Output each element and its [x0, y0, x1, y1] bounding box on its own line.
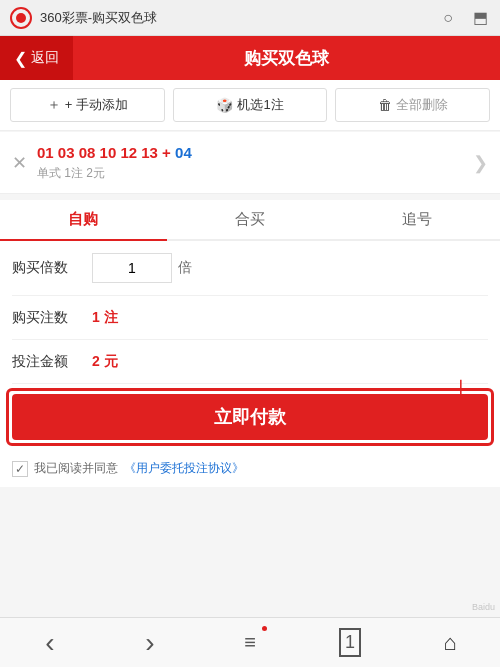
pay-button-label: 立即付款	[214, 407, 286, 427]
back-label: 返回	[31, 49, 59, 67]
trash-icon: 🗑	[378, 97, 392, 113]
ticket-info: 单式 1注 2元	[37, 165, 473, 182]
nav-tabs-icon: 1	[339, 628, 361, 657]
remove-ticket-button[interactable]: ✕	[12, 152, 27, 174]
back-chevron-icon: ❮	[14, 49, 27, 68]
amount-value: 2 元	[92, 353, 488, 371]
pay-button[interactable]: 立即付款	[12, 394, 488, 440]
blue-number: 04	[175, 144, 192, 161]
page-title: 购买双色球	[73, 47, 500, 70]
bottom-navigation: ‹ › ≡ 1 ⌂	[0, 617, 500, 667]
nav-home-icon: ⌂	[443, 630, 456, 656]
manual-add-label: + 手动添加	[65, 96, 128, 114]
nav-tabs-button[interactable]: 1	[325, 618, 375, 667]
back-button[interactable]: ❮ 返回	[0, 36, 73, 80]
amount-row: 投注金额 2 元	[12, 340, 488, 384]
tab-zigou[interactable]: 自购	[0, 200, 167, 239]
ticket-row: ✕ 01 03 08 10 12 13 + 04 单式 1注 2元 ❯	[0, 132, 500, 194]
nav-back-button[interactable]: ‹	[25, 618, 75, 667]
ticket-arrow-icon[interactable]: ❯	[473, 152, 488, 174]
multiplier-input-group: 倍	[92, 253, 488, 283]
agreement-link[interactable]: 《用户委托投注协议》	[124, 460, 244, 477]
browser-title: 360彩票-购买双色球	[40, 9, 438, 27]
agreement-text: 我已阅读并同意	[34, 460, 118, 477]
multiplier-row: 购买倍数 倍	[12, 241, 488, 296]
external-link-button[interactable]: ⬒	[470, 8, 490, 28]
browser-logo	[10, 7, 32, 29]
svg-point-1	[16, 13, 26, 23]
pay-section: 立即付款	[0, 384, 500, 450]
tab-zhuihao[interactable]: 追号	[333, 200, 500, 239]
purchase-tabs: 自购 合买 追号	[0, 200, 500, 241]
count-label: 购买注数	[12, 309, 92, 327]
nav-back-icon: ‹	[45, 627, 54, 659]
multiplier-input[interactable]	[92, 253, 172, 283]
ticket-numbers: 01 03 08 10 12 13 + 04	[37, 144, 473, 161]
watermark: Baidu	[472, 602, 495, 612]
nav-home-button[interactable]: ⌂	[425, 618, 475, 667]
nav-menu-icon: ≡	[244, 631, 256, 654]
manual-add-button[interactable]: ＋ + 手动添加	[10, 88, 165, 122]
nav-menu-button[interactable]: ≡	[225, 618, 275, 667]
count-value: 1 注	[92, 309, 488, 327]
dice-icon: 🎲	[216, 97, 233, 113]
multiplier-unit: 倍	[178, 259, 192, 277]
refresh-button[interactable]: ○	[438, 8, 458, 28]
agreement-row: ✓ 我已阅读并同意 《用户委托投注协议》	[0, 450, 500, 487]
nav-forward-button[interactable]: ›	[125, 618, 175, 667]
delete-all-button[interactable]: 🗑 全部删除	[335, 88, 490, 122]
auto-select-label: 机选1注	[237, 96, 283, 114]
nav-forward-icon: ›	[145, 627, 154, 659]
tab-hegou[interactable]: 合买	[167, 200, 334, 239]
browser-actions: ○ ⬒	[438, 8, 490, 28]
ticket-content: 01 03 08 10 12 13 + 04 单式 1注 2元	[37, 144, 473, 182]
plus-icon: ＋	[47, 96, 61, 114]
multiplier-label: 购买倍数	[12, 259, 92, 277]
delete-all-label: 全部删除	[396, 96, 448, 114]
purchase-form: 购买倍数 倍 购买注数 1 注 投注金额 2 元	[0, 241, 500, 384]
page-header: ❮ 返回 购买双色球	[0, 36, 500, 80]
browser-bar: 360彩票-购买双色球 ○ ⬒	[0, 0, 500, 36]
count-row: 购买注数 1 注	[12, 296, 488, 340]
amount-label: 投注金额	[12, 353, 92, 371]
agreement-checkbox[interactable]: ✓	[12, 461, 28, 477]
action-toolbar: ＋ + 手动添加 🎲 机选1注 🗑 全部删除	[0, 80, 500, 131]
auto-select-button[interactable]: 🎲 机选1注	[173, 88, 328, 122]
red-numbers: 01 03 08 10 12 13 +	[37, 144, 171, 161]
